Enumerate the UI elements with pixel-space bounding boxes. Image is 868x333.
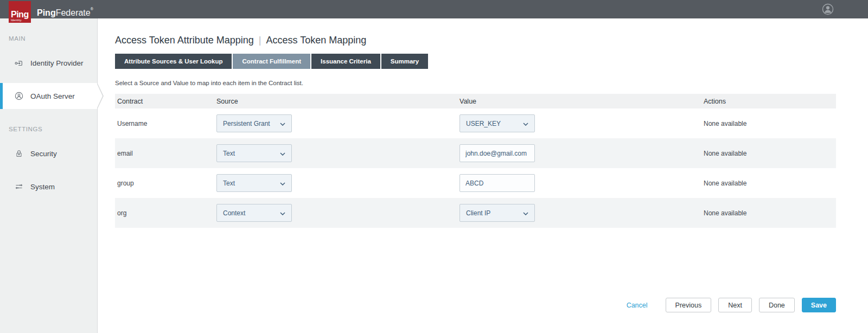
logo-text-ping: Ping: [11, 10, 29, 18]
dropdown-selected-value: USER_KEY: [466, 120, 501, 127]
dropdown-selected-value: Text: [223, 180, 235, 187]
sidebar-section-main: MAIN: [9, 35, 97, 43]
dropdown-selected-value: Text: [223, 150, 235, 157]
chevron-down-icon: [280, 209, 285, 217]
tab-attribute-sources[interactable]: Attribute Sources & User Lookup: [115, 54, 232, 69]
sidebar-item-label: Security: [30, 150, 57, 158]
done-button[interactable]: Done: [759, 298, 795, 312]
source-dropdown[interactable]: Context: [216, 204, 292, 222]
identity-provider-icon: [14, 58, 24, 68]
page-title-right: Access Token Mapping: [266, 35, 367, 46]
page-title: Access Token Attribute Mapping|Access To…: [115, 35, 868, 46]
dropdown-selected-value: Persistent Grant: [223, 120, 270, 127]
sidebar-item-label: OAuth Server: [30, 92, 75, 100]
value-text-input[interactable]: [459, 144, 535, 162]
contract-label: email: [115, 150, 214, 157]
sidebar-item-security[interactable]: Security: [0, 140, 97, 166]
source-dropdown[interactable]: Persistent Grant: [216, 114, 292, 132]
chevron-down-icon: [280, 120, 285, 127]
cancel-link[interactable]: Cancel: [627, 302, 648, 309]
sidebar-item-oauth-server[interactable]: OAuth Server: [0, 83, 97, 109]
value-dropdown[interactable]: USER_KEY: [459, 114, 535, 132]
wizard-tabs: Attribute Sources & User Lookup Contract…: [115, 54, 868, 69]
source-dropdown[interactable]: Text: [216, 174, 292, 192]
chevron-down-icon: [523, 209, 528, 217]
product-name-light: Federate: [56, 8, 91, 17]
registered-mark: ®: [91, 7, 93, 11]
sidebar-section-settings: SETTINGS: [9, 126, 97, 133]
product-name: PingFederate®: [37, 0, 93, 18]
sidebar-item-identity-provider[interactable]: Identity Provider: [0, 50, 97, 76]
ping-identity-logo[interactable]: Ping Identity.: [9, 1, 31, 23]
actions-cell: None available: [701, 180, 836, 187]
header-value: Value: [457, 98, 701, 105]
actions-cell: None available: [701, 209, 836, 217]
next-button[interactable]: Next: [718, 298, 752, 312]
dropdown-selected-value: Client IP: [466, 209, 490, 217]
footer-actions: Cancel Previous Next Done Save: [115, 298, 836, 312]
oauth-server-icon: [14, 91, 24, 101]
value-dropdown[interactable]: Client IP: [459, 204, 535, 222]
system-sliders-icon: [14, 182, 24, 191]
table-row: Username Persistent Grant USER_KEY None: [115, 108, 836, 138]
actions-cell: None available: [701, 120, 836, 127]
page-title-separator: |: [254, 35, 266, 46]
sidebar-item-label: Identity Provider: [30, 59, 84, 67]
page-title-left: Access Token Attribute Mapping: [115, 35, 254, 46]
contract-fulfillment-table: Contract Source Value Actions Username P…: [115, 94, 836, 228]
chevron-down-icon: [523, 120, 528, 127]
source-dropdown[interactable]: Text: [216, 144, 292, 162]
header-contract: Contract: [115, 98, 214, 105]
user-avatar-icon[interactable]: [822, 3, 834, 15]
value-text-input[interactable]: [459, 174, 535, 192]
header-source: Source: [214, 98, 457, 105]
main-content: Access Token Attribute Mapping|Access To…: [98, 18, 868, 333]
dropdown-selected-value: Context: [223, 209, 245, 217]
chevron-down-icon: [280, 150, 285, 157]
tab-issuance-criteria[interactable]: Issuance Criteria: [311, 54, 380, 69]
tab-summary[interactable]: Summary: [381, 54, 428, 69]
product-name-bold: Ping: [37, 8, 56, 17]
actions-cell: None available: [701, 150, 836, 157]
table-row: org Context Client IP None available: [115, 198, 836, 228]
instruction-text: Select a Source and Value to map into ea…: [115, 80, 868, 86]
top-bar: PingFederate®: [0, 0, 868, 18]
tab-contract-fulfillment[interactable]: Contract Fulfillment: [233, 54, 310, 69]
contract-label: Username: [115, 120, 214, 127]
sidebar: MAIN Identity Provider OAuth Server SETT…: [0, 18, 98, 333]
sidebar-item-system[interactable]: System: [0, 174, 97, 200]
chevron-down-icon: [280, 180, 285, 187]
save-button[interactable]: Save: [802, 298, 836, 312]
header-actions: Actions: [701, 98, 836, 105]
contract-label: group: [115, 180, 214, 187]
logo-text-identity: Identity.: [11, 18, 29, 22]
table-row: group Text None available: [115, 168, 836, 198]
sidebar-item-label: System: [30, 183, 55, 191]
table-header-row: Contract Source Value Actions: [115, 94, 836, 108]
contract-label: org: [115, 209, 214, 217]
table-row: email Text None available: [115, 138, 836, 168]
security-lock-icon: [14, 149, 24, 158]
previous-button[interactable]: Previous: [666, 298, 712, 312]
